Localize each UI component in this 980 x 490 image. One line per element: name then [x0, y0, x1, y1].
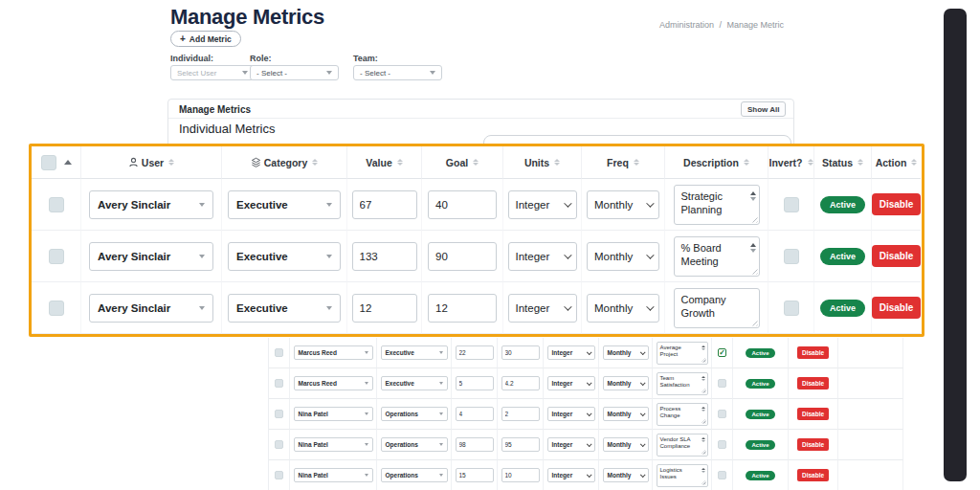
- freq-select[interactable]: Monthly: [603, 345, 649, 360]
- value-input[interactable]: [456, 376, 494, 390]
- category-select[interactable]: Executive: [228, 242, 341, 271]
- user-select[interactable]: Avery Sinclair: [89, 242, 213, 271]
- description-textarea[interactable]: Vendor SLA Compliance: [657, 434, 708, 457]
- row-checkbox[interactable]: [275, 471, 283, 479]
- description-textarea[interactable]: Strategic Planning: [674, 185, 760, 225]
- goal-input[interactable]: [501, 407, 540, 421]
- select-all-checkbox[interactable]: [41, 155, 56, 170]
- disable-button[interactable]: Disable: [872, 193, 922, 215]
- user-select[interactable]: Avery Sinclair: [89, 294, 213, 323]
- column-header-category[interactable]: Category: [222, 146, 347, 179]
- category-select[interactable]: Operations: [381, 468, 448, 482]
- column-header-invert[interactable]: Invert?: [768, 146, 814, 179]
- freq-select[interactable]: Monthly: [603, 468, 649, 482]
- scroll-arrows-icon[interactable]: [702, 407, 705, 412]
- column-header-status[interactable]: Status: [814, 146, 872, 179]
- resize-handle[interactable]: [751, 216, 758, 223]
- category-select[interactable]: Executive: [381, 345, 448, 360]
- freq-select[interactable]: Monthly: [603, 437, 649, 452]
- column-header-user[interactable]: User: [81, 146, 222, 179]
- value-input[interactable]: [456, 345, 494, 360]
- freq-select[interactable]: Monthly: [603, 407, 649, 421]
- invert-checkbox[interactable]: [718, 379, 726, 388]
- resize-handle[interactable]: [751, 268, 758, 275]
- show-all-button[interactable]: Show All: [741, 101, 786, 117]
- user-select[interactable]: Marcus Reed: [294, 345, 373, 360]
- goal-input[interactable]: [501, 468, 540, 482]
- goal-input[interactable]: [501, 437, 540, 452]
- disable-button[interactable]: Disable: [797, 346, 829, 359]
- value-input[interactable]: [456, 407, 494, 421]
- column-header-units[interactable]: Units: [503, 146, 582, 179]
- category-select[interactable]: Executive: [228, 294, 341, 323]
- column-header-description[interactable]: Description: [665, 146, 768, 179]
- row-checkbox[interactable]: [49, 301, 64, 316]
- scroll-arrows-icon[interactable]: [702, 376, 705, 381]
- value-input[interactable]: [456, 437, 494, 452]
- value-input[interactable]: [456, 468, 494, 482]
- freq-select[interactable]: Monthly: [587, 190, 659, 219]
- scroll-arrows-icon[interactable]: [702, 468, 705, 473]
- scroll-arrows-icon[interactable]: [750, 191, 756, 201]
- category-select[interactable]: Executive: [228, 190, 341, 219]
- value-input[interactable]: [352, 190, 417, 219]
- row-checkbox[interactable]: [275, 348, 283, 357]
- role-filter-select[interactable]: - Select -: [250, 65, 339, 80]
- units-select[interactable]: Integer: [508, 242, 577, 271]
- resize-handle[interactable]: [702, 358, 706, 363]
- disable-button[interactable]: Disable: [797, 469, 829, 481]
- resize-handle[interactable]: [702, 450, 706, 455]
- user-select[interactable]: Nina Patel: [294, 407, 373, 421]
- value-input[interactable]: [352, 242, 417, 271]
- description-textarea[interactable]: Average Project: [657, 342, 708, 365]
- individual-filter-select[interactable]: Select User: [170, 65, 255, 80]
- scroll-arrows-icon[interactable]: [702, 345, 705, 350]
- team-filter-select[interactable]: - Select -: [353, 65, 442, 80]
- category-select[interactable]: Operations: [381, 437, 448, 452]
- goal-input[interactable]: [501, 376, 540, 390]
- disable-button[interactable]: Disable: [797, 438, 829, 451]
- units-select[interactable]: Integer: [547, 437, 595, 452]
- scroll-arrows-icon[interactable]: [750, 243, 756, 253]
- user-select[interactable]: Nina Patel: [294, 437, 373, 452]
- resize-handle[interactable]: [751, 320, 758, 326]
- breadcrumb-section[interactable]: Administration: [659, 20, 714, 30]
- disable-button[interactable]: Disable: [797, 377, 829, 390]
- goal-input[interactable]: [501, 345, 540, 360]
- column-header-goal[interactable]: Goal: [422, 146, 503, 179]
- category-select[interactable]: Operations: [381, 407, 448, 421]
- row-checkbox[interactable]: [49, 197, 64, 212]
- goal-input[interactable]: [428, 242, 497, 271]
- freq-select[interactable]: Monthly: [587, 294, 659, 323]
- resize-handle[interactable]: [702, 480, 706, 485]
- row-checkbox[interactable]: [275, 379, 283, 388]
- units-select[interactable]: Integer: [547, 345, 595, 360]
- description-textarea[interactable]: Process Change: [657, 403, 708, 426]
- row-checkbox[interactable]: [275, 440, 283, 449]
- row-checkbox[interactable]: [49, 249, 64, 264]
- disable-button[interactable]: Disable: [872, 297, 922, 319]
- value-input[interactable]: [352, 294, 417, 323]
- description-textarea[interactable]: % Board Meeting: [674, 236, 760, 277]
- goal-input[interactable]: [428, 190, 497, 219]
- invert-checkbox[interactable]: [784, 197, 799, 212]
- units-select[interactable]: Integer: [547, 468, 595, 482]
- invert-checkbox[interactable]: [718, 440, 726, 449]
- units-select[interactable]: Integer: [547, 376, 595, 390]
- user-select[interactable]: Marcus Reed: [294, 376, 373, 390]
- freq-select[interactable]: Monthly: [587, 242, 659, 271]
- invert-checkbox[interactable]: [718, 410, 726, 418]
- units-select[interactable]: Integer: [508, 190, 577, 219]
- column-header-value[interactable]: Value: [347, 146, 422, 179]
- invert-checkbox[interactable]: [718, 348, 726, 357]
- add-metric-button[interactable]: + Add Metric: [170, 31, 241, 47]
- description-textarea[interactable]: Team Satisfaction: [657, 372, 708, 395]
- invert-checkbox[interactable]: [784, 249, 799, 264]
- scroll-arrows-icon[interactable]: [702, 437, 705, 442]
- row-checkbox[interactable]: [275, 410, 283, 418]
- freq-select[interactable]: Monthly: [603, 376, 649, 390]
- column-header-freq[interactable]: Freq: [582, 146, 665, 179]
- select-all-header[interactable]: [32, 146, 81, 179]
- user-select[interactable]: Avery Sinclair: [89, 190, 213, 219]
- units-select[interactable]: Integer: [508, 294, 577, 323]
